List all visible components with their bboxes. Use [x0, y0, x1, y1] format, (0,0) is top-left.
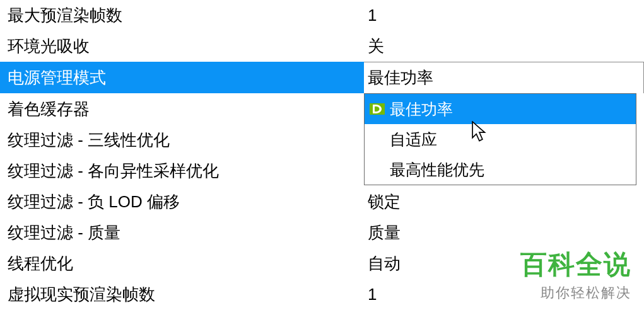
setting-value-dropdown[interactable]: 最佳功率 — [364, 62, 644, 93]
setting-label: 最大预渲染帧数 — [0, 4, 364, 26]
dropdown-option-label: 自适应 — [390, 129, 437, 150]
dropdown-option-max-performance[interactable]: 最高性能优先 — [365, 154, 636, 185]
setting-row-texture-neg-lod-bias[interactable]: 纹理过滤 - 负 LOD 偏移 锁定 — [0, 186, 644, 217]
watermark-subtitle: 助你轻松解决 — [520, 284, 631, 302]
setting-label: 虚拟现实预渲染帧数 — [0, 284, 364, 306]
setting-label: 环境光吸收 — [0, 35, 364, 57]
power-mode-dropdown[interactable]: 最佳功率 自适应 最高性能优先 — [364, 93, 636, 185]
setting-value: 质量 — [364, 222, 644, 244]
setting-label: 纹理过滤 - 质量 — [0, 222, 364, 244]
setting-row-ambient-occlusion[interactable]: 环境光吸收 关 — [0, 31, 644, 62]
setting-label: 纹理过滤 - 各向异性采样优化 — [0, 160, 364, 182]
watermark-title: 百科全说 — [520, 247, 631, 282]
setting-label: 线程优化 — [0, 253, 364, 275]
setting-row-texture-quality[interactable]: 纹理过滤 - 质量 质量 — [0, 217, 644, 248]
dropdown-option-optimal-power[interactable]: 最佳功率 — [365, 94, 636, 124]
dropdown-option-label: 最高性能优先 — [390, 159, 484, 180]
setting-value: 关 — [364, 35, 644, 57]
setting-label: 电源管理模式 — [0, 67, 364, 89]
setting-row-power-management-mode[interactable]: 电源管理模式 最佳功率 — [0, 62, 644, 93]
setting-label: 纹理过滤 - 三线性优化 — [0, 129, 364, 151]
watermark: 百科全说 助你轻松解决 — [520, 247, 631, 302]
setting-value: 锁定 — [364, 191, 644, 213]
setting-label: 着色缓存器 — [0, 98, 364, 120]
dropdown-option-adaptive[interactable]: 自适应 — [365, 124, 636, 154]
setting-label: 纹理过滤 - 负 LOD 偏移 — [0, 191, 364, 213]
setting-value: 1 — [364, 6, 644, 25]
setting-row-max-prerendered-frames[interactable]: 最大预渲染帧数 1 — [0, 0, 644, 31]
nvidia-icon — [370, 103, 385, 115]
dropdown-option-label: 最佳功率 — [390, 99, 453, 120]
